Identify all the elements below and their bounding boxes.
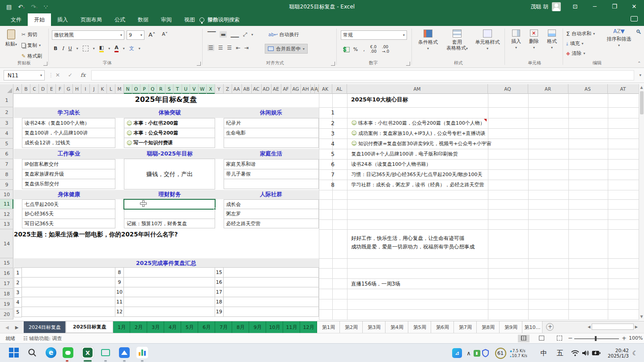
currency-button[interactable]: 💲⃞ [342,46,348,52]
row-header[interactable]: 14 [0,229,13,258]
column-header[interactable]: P [140,84,149,94]
edge-browser-icon[interactable]: e [45,347,57,358]
font-color-button[interactable]: A [114,45,119,52]
sheet-tab[interactable]: 12月 [300,321,317,333]
sort-filter-button[interactable]: AZ▼ 排序和筛选▾ [605,29,633,48]
row-header[interactable]: 12 [0,209,13,219]
summary-num[interactable]: 1 [14,268,22,278]
summary-empty[interactable] [21,267,115,278]
wrap-text-button[interactable]: ab↩自动换行 [268,31,299,38]
sheet-tab[interactable]: 6月 [198,321,215,333]
summary-empty[interactable] [21,307,115,317]
column-header[interactable]: Y [215,84,224,94]
comments-icon[interactable] [631,16,638,21]
column-header[interactable]: AQ [488,84,528,94]
align-right-button[interactable]: ☰ [227,45,232,51]
ribbon-tab[interactable]: 数据 [131,13,155,26]
fill-color-button[interactable]: ◧ [99,45,104,52]
ime-indicator[interactable]: 中 [538,344,549,362]
column-header[interactable]: AR [528,84,568,94]
summary-num[interactable]: 8 [115,267,124,278]
page-layout-icon[interactable] [536,335,547,342]
summary-num[interactable]: 10 [115,287,124,297]
align-bottom-button[interactable]: ▁▁ [231,31,239,38]
volume-icon[interactable] [580,344,591,362]
summary-num[interactable]: 17 [215,287,224,297]
grow-font-button[interactable]: A˄ [148,31,155,38]
increase-indent-button[interactable]: ⇥ [244,45,249,51]
cloud-docs-icon[interactable] [119,347,130,358]
sheet-tab[interactable]: 第8周 [477,321,500,333]
borders-button[interactable] [83,46,89,51]
clipboard-dialog-launcher[interactable] [43,62,47,66]
clear-button[interactable]: ◆清除▾ [566,50,585,57]
summary-num[interactable]: 19 [215,307,224,317]
sheet-tab[interactable]: 2025目标复盘 [66,321,113,333]
column-header[interactable]: S [165,84,174,94]
merge-center-button[interactable]: 合并后居中▾ [265,44,308,54]
cancel-formula-icon[interactable]: ✕ [55,70,60,80]
column-header[interactable]: N [124,84,132,94]
summary-num[interactable]: 11 [115,297,124,307]
column-header[interactable]: R [157,84,165,94]
scroll-down-icon[interactable]: ▼ [639,315,644,319]
zoom-out-icon[interactable]: − [568,335,573,341]
summary-num[interactable]: 3 [14,287,22,298]
ribbon-tab[interactable]: 页面布局 [74,13,108,26]
section-header[interactable]: 体验突破 [124,107,216,118]
underline-button[interactable]: U [68,46,72,51]
core-goal-row[interactable]: 8学习社群：成长会，粥左罗，读书（经典），必经之路天空营 [319,180,639,190]
column-header[interactable]: K [98,84,107,94]
row-header[interactable]: 20 [0,309,13,320]
section-header[interactable]: 理财财务 [124,190,216,199]
conditional-formatting-button[interactable]: 条件格式▾ [415,29,441,51]
percent-button[interactable]: % [353,46,358,52]
cell[interactable] [124,209,215,219]
column-header[interactable]: AS [568,84,608,94]
live-note[interactable]: 直播156场，一周3场 [351,281,400,287]
font-size-select[interactable]: 9▾ [127,30,144,40]
sheet-nav-right-icon[interactable]: ▶ [15,325,19,330]
new-sheet-button[interactable]: + [546,323,554,331]
align-top-button[interactable]: ▔▔ [208,31,216,38]
column-header[interactable]: V [190,84,199,94]
format-as-table-button[interactable]: 套用表格格式▾ [443,29,471,51]
number-dialog-launcher[interactable] [406,62,410,66]
restore-button[interactable]: ❐ [605,0,624,13]
summary-empty[interactable] [223,277,319,287]
cell[interactable]: 写日记365天 [22,219,115,228]
find-select-icon[interactable]: 🔍︎ [634,29,643,35]
section-header[interactable]: 家庭生活 [224,149,319,159]
column-header[interactable]: Z [224,84,232,94]
column-header[interactable]: L [107,84,115,94]
core-goal-row[interactable]: 5复盘100讲+个人品牌100讲，电子版和印刷验货 [319,149,639,159]
summary-num[interactable]: 4 [14,297,22,307]
summary-empty[interactable] [123,287,215,297]
temperature-badge[interactable]: 61 [494,344,507,362]
column-header[interactable]: F [56,84,64,94]
ribbon-collapse-icon[interactable]: ⌃ [637,61,641,66]
row-header[interactable]: 11 [0,199,13,209]
sheet-tab[interactable]: 第9周 [500,321,522,333]
sheet-tab[interactable]: 第3周 [363,321,386,333]
sheet-tab[interactable]: 1月 [113,321,130,333]
row-header[interactable]: 5 [0,139,13,149]
sheet-tab[interactable]: 8月 [232,321,249,333]
sheet-nav-left-icon[interactable]: ◀ [5,325,9,330]
normal-view-icon[interactable] [518,335,530,342]
section-header[interactable]: 工作事业 [22,149,116,159]
decrease-decimal-button[interactable]: .00→.0 [382,45,389,54]
core-goal-row[interactable]: 4☺知识付费课=复盘创富30讲卖99元，视频号+公众号+小宇宙 [319,139,639,149]
sheet-tab[interactable]: 第2周 [340,321,363,333]
summary-empty[interactable] [223,297,319,307]
cell[interactable]: 复盘俱乐部交付 [22,179,115,189]
column-header[interactable]: AF [281,84,291,94]
format-painter-button[interactable]: ✎格式刷 [21,53,42,59]
sheet-tab[interactable]: 第5周 [408,321,431,333]
hscroll-left-icon[interactable]: ◀ [588,325,590,329]
row-header[interactable]: 9 [0,180,13,190]
sheet-tab[interactable]: 10月 [266,321,283,333]
search-icon[interactable] [26,347,38,358]
column-header[interactable]: AL [332,84,347,94]
column-header[interactable]: U [182,84,191,94]
